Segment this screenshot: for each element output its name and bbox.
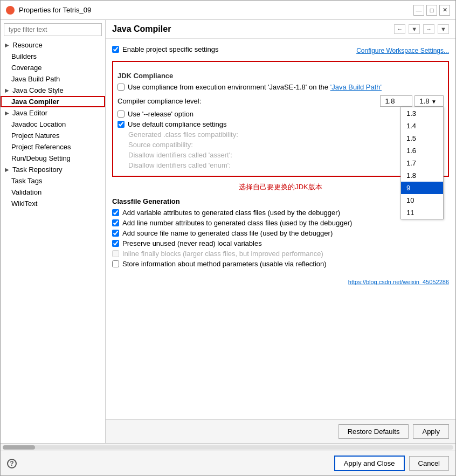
store-params-checkbox[interactable] [112,260,119,267]
sidebar-item-label: Javadoc Location [11,120,66,128]
use-release-checkbox[interactable] [118,111,125,118]
use-release-row: Use '--release' option [118,110,444,118]
forward-button[interactable]: → [423,24,434,34]
sidebar-item-run-debug[interactable]: Run/Debug Setting [1,153,105,164]
dropdown-chevron-icon: ▼ [431,99,437,105]
sidebar-item-label: Builders [11,52,37,60]
main-content: ▶ Resource Builders Coverage Java Build … [1,20,455,443]
panel-body: Enable project specific settings Configu… [106,39,455,419]
use-default-checkbox[interactable] [118,121,125,128]
scrollbar-track [3,445,453,450]
java-build-path-link[interactable]: 'Java Build Path' [330,83,382,91]
title-controls: — □ ✕ [413,5,450,16]
enable-settings-label: Enable project specific settings [122,45,218,53]
more-button[interactable]: ▼ [438,24,449,34]
sidebar-item-label: Coverage [11,64,42,72]
sidebar-item-task-repository[interactable]: ▶ Task Repository [1,164,105,175]
option-11[interactable]: 11 [401,206,443,219]
annotation-text: 选择自己要更换的JDK版本 [239,183,322,191]
arrow-icon: ▶ [5,42,9,48]
arrow-icon: ▶ [5,87,9,93]
compliance-dropdown-button[interactable]: 1.8 ▼ [414,95,444,107]
disallow-assert-row: Disallow identifiers called 'assert': [118,151,444,159]
sidebar-item-validation[interactable]: Validation [1,187,105,198]
preserve-unused-checkbox[interactable] [112,240,119,247]
sidebar: ▶ Resource Builders Coverage Java Build … [1,20,106,443]
help-button[interactable]: ? [7,459,17,468]
maximize-button[interactable]: □ [426,5,437,16]
title-bar-left: Properties for Tetris_09 [6,6,91,15]
inline-finally-label: Inline finally blocks (larger class file… [122,250,323,258]
configure-workspace-link[interactable]: Configure Workspace Settings... [356,47,449,54]
csdn-link[interactable]: https://blog.csdn.net/weixin_45052286 [348,279,449,285]
bottom-action-bar: Restore Defaults Apply [106,419,455,443]
use-compliance-checkbox[interactable] [118,84,125,91]
generated-class-label: Generated .class files compatibility: [128,130,238,139]
sidebar-item-java-build-path[interactable]: Java Build Path [1,73,105,85]
csdn-link-row: https://blog.csdn.net/weixin_45052286 [112,279,449,285]
horizontal-scrollbar [1,443,455,451]
source-compat-label: Source compatibility: [128,141,193,149]
right-panel: Java Compiler ← ▼ → ▼ Enable project spe… [106,20,455,443]
sidebar-item-java-compiler[interactable]: Java Compiler [1,96,105,107]
sidebar-item-wikitext[interactable]: WikiText [1,198,105,209]
sidebar-item-task-tags[interactable]: Task Tags [1,175,105,187]
restore-defaults-button[interactable]: Restore Defaults [338,424,409,439]
scrollbar-thumb[interactable] [3,445,35,450]
sidebar-item-label: Java Code Style [12,86,64,94]
option-1-8[interactable]: 1.8 [401,169,443,182]
sidebar-item-javadoc-location[interactable]: Javadoc Location [1,119,105,130]
classfile-item-inline-finally: Inline finally blocks (larger class file… [112,250,449,258]
filter-input[interactable] [4,23,102,36]
add-variable-checkbox[interactable] [112,209,119,216]
minimize-button[interactable]: — [413,5,424,16]
sidebar-item-project-natures[interactable]: Project Natures [1,130,105,141]
sidebar-item-label: WikiText [11,199,37,208]
jdk-section-title: JDK Compliance [118,72,444,80]
app-icon [6,6,15,15]
panel-header: Java Compiler ← ▼ → ▼ [106,20,455,39]
compliance-current-value: 1.8 [380,95,412,107]
disallow-enum-label: Disallow identifiers called 'enum': [128,161,231,169]
arrow-icon: ▶ [5,110,9,116]
close-button[interactable]: ✕ [439,5,450,16]
panel-toolbar: ← ▼ → ▼ [394,24,449,34]
sidebar-item-project-references[interactable]: Project References [1,141,105,153]
sidebar-item-coverage[interactable]: Coverage [1,62,105,73]
sidebar-item-label: Java Editor [12,109,47,117]
option-1-7[interactable]: 1.7 [401,157,443,169]
sidebar-item-java-code-style[interactable]: ▶ Java Code Style [1,85,105,96]
sidebar-item-label: Java Build Path [11,75,60,83]
disallow-enum-row: Disallow identifiers called 'enum': [118,161,444,169]
add-source-checkbox[interactable] [112,230,119,237]
option-9[interactable]: 9 [401,182,443,194]
option-1-5[interactable]: 1.5 [401,132,443,144]
use-release-label: Use '--release' option [128,110,194,118]
sidebar-item-java-editor[interactable]: ▶ Java Editor [1,107,105,119]
sidebar-item-resource[interactable]: ▶ Resource [1,39,105,51]
cancel-button[interactable]: Cancel [409,456,449,471]
option-1-6[interactable]: 1.6 [401,144,443,157]
option-1-4[interactable]: 1.4 [401,120,443,132]
classfile-item-preserve-unused: Preserve unused (never read) local varia… [112,239,449,247]
classfile-section: Classfile Generation Add variable attrib… [112,197,449,268]
option-1-3[interactable]: 1.3 [401,107,443,120]
add-line-number-checkbox[interactable] [112,219,119,226]
compliance-dropdown[interactable]: 1.8 ▼ 1.3 1.4 1.5 1.6 1.7 1.8 [414,95,444,107]
apply-and-close-button[interactable]: Apply and Close [334,456,405,471]
sidebar-item-label: Task Tags [11,177,43,185]
classfile-item-add-source: Add source file name to generated class … [112,229,449,237]
title-bar: Properties for Tetris_09 — □ ✕ [1,1,455,20]
use-default-label: Use default compliance settings [128,120,227,128]
option-10[interactable]: 10 [401,194,443,206]
enable-settings-checkbox[interactable] [112,46,119,53]
dropdown-button[interactable]: ▼ [409,24,420,34]
back-button[interactable]: ← [394,24,405,34]
use-compliance-row: Use compliance from execution environmen… [118,83,444,91]
apply-button[interactable]: Apply [413,424,449,439]
compiler-compliance-label: Compiler compliance level: [118,97,201,105]
sidebar-item-builders[interactable]: Builders [1,51,105,62]
compliance-dropdown-list: 1.3 1.4 1.5 1.6 1.7 1.8 9 10 11 [400,107,444,219]
classfile-title: Classfile Generation [112,197,449,205]
inline-finally-checkbox[interactable] [112,250,119,257]
